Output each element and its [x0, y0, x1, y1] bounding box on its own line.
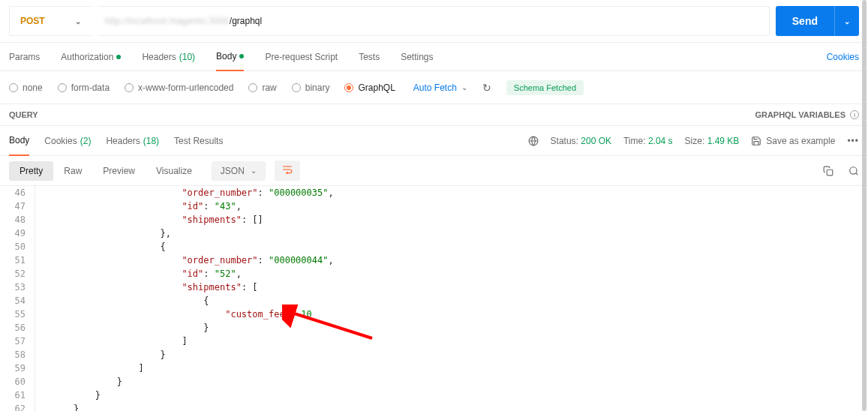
- refresh-icon[interactable]: ↻: [482, 82, 491, 94]
- wrap-lines-button[interactable]: [275, 160, 300, 181]
- line-number: 58: [0, 348, 35, 362]
- radio-binary[interactable]: binary: [292, 82, 330, 93]
- chevron-down-icon: ⌄: [461, 83, 467, 92]
- radio-form-data[interactable]: form-data: [58, 82, 110, 93]
- radio-graphql[interactable]: GraphQL: [344, 82, 395, 93]
- resp-tab-body[interactable]: Body: [9, 127, 29, 156]
- line-number: 50: [0, 240, 35, 254]
- save-as-example-button[interactable]: Save as example: [751, 136, 835, 146]
- send-button-label: Send: [776, 6, 834, 36]
- line-number: 59: [0, 362, 35, 375]
- send-dropdown-chevron[interactable]: ⌄: [834, 6, 859, 36]
- line-number: 61: [0, 388, 35, 402]
- radio-icon: [248, 83, 257, 92]
- radio-icon: [58, 83, 67, 92]
- line-number: 52: [0, 267, 35, 280]
- status-text: Status: 200 OK: [551, 136, 611, 146]
- line-number: 57: [0, 334, 35, 348]
- viewer-preview[interactable]: Preview: [92, 161, 146, 181]
- viewer-mode-segment: Pretty: [9, 161, 53, 181]
- auto-fetch-link[interactable]: Auto Fetch⌄: [413, 82, 467, 93]
- globe-icon[interactable]: [528, 136, 539, 146]
- svg-line-5: [856, 172, 858, 175]
- line-number: 46: [0, 186, 35, 200]
- tab-prerequest[interactable]: Pre-request Script: [265, 43, 338, 70]
- tab-authorization[interactable]: Authorization: [61, 43, 121, 70]
- query-section-header: QUERY: [9, 110, 755, 119]
- tab-headers[interactable]: Headers (10): [142, 43, 195, 70]
- line-number: 49: [0, 226, 35, 240]
- svg-rect-3: [827, 170, 833, 176]
- radio-icon: [344, 83, 353, 92]
- resp-tab-test-results[interactable]: Test Results: [174, 126, 223, 155]
- schema-status-badge: Schema Fetched: [506, 80, 584, 95]
- radio-icon: [9, 83, 18, 92]
- status-dot-icon: [116, 55, 121, 59]
- url-hidden-segment: http://localhost:magento:3000: [105, 16, 230, 26]
- chevron-down-icon: ⌄: [251, 166, 257, 175]
- line-number: 51: [0, 254, 35, 267]
- line-number: 47: [0, 200, 35, 213]
- resp-tab-headers[interactable]: Headers (18): [106, 126, 159, 155]
- format-select[interactable]: JSON⌄: [212, 161, 266, 181]
- http-method-label: POST: [20, 16, 45, 26]
- more-icon[interactable]: •••: [847, 136, 859, 146]
- line-number: 56: [0, 321, 35, 334]
- line-number: 48: [0, 213, 35, 226]
- tab-tests[interactable]: Tests: [359, 43, 380, 70]
- radio-icon: [125, 83, 134, 92]
- line-number: 53: [0, 280, 35, 294]
- viewer-visualize[interactable]: Visualize: [146, 161, 203, 181]
- tab-body[interactable]: Body: [216, 44, 244, 71]
- radio-icon: [292, 83, 301, 92]
- http-method-select[interactable]: POST ⌄: [9, 6, 92, 36]
- svg-point-4: [850, 166, 857, 173]
- size-text: Size: 1.49 KB: [685, 136, 740, 146]
- url-input[interactable]: http://localhost:magento:3000/graphql: [98, 6, 770, 36]
- save-icon: [751, 136, 761, 146]
- copy-icon[interactable]: [823, 166, 833, 176]
- chevron-down-icon: ⌄: [75, 17, 81, 26]
- viewer-raw[interactable]: Raw: [53, 161, 92, 181]
- line-number: 62: [0, 402, 35, 411]
- scrollbar[interactable]: [862, 0, 866, 411]
- status-dot-icon: [239, 54, 244, 58]
- time-text: Time: 2.04 s: [623, 136, 673, 146]
- cookies-link[interactable]: Cookies: [827, 52, 859, 62]
- radio-none[interactable]: none: [9, 82, 43, 93]
- info-icon[interactable]: i: [850, 110, 859, 119]
- line-number: 60: [0, 375, 35, 388]
- url-visible-segment: /graphql: [230, 16, 262, 26]
- radio-raw[interactable]: raw: [248, 82, 276, 93]
- send-button[interactable]: Send ⌄: [776, 6, 859, 36]
- response-body-viewer[interactable]: 46 "order_number": "000000035", 47 "id":…: [0, 186, 868, 411]
- line-number: 55: [0, 308, 35, 321]
- radio-urlencoded[interactable]: x-www-form-urlencoded: [125, 82, 233, 93]
- tab-settings[interactable]: Settings: [401, 43, 433, 70]
- viewer-pretty[interactable]: Pretty: [9, 161, 53, 181]
- search-icon[interactable]: [848, 166, 859, 176]
- tab-params[interactable]: Params: [9, 43, 40, 70]
- resp-tab-cookies[interactable]: Cookies (2): [44, 126, 91, 155]
- line-number: 54: [0, 294, 35, 308]
- variables-section-header: GRAPHQL VARIABLESi: [755, 110, 859, 119]
